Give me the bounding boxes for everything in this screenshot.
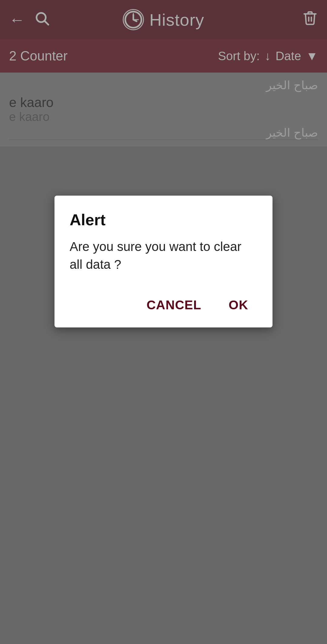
cancel-button[interactable]: CANCEL [137, 292, 210, 318]
dialog-message: Are you sure you want to clear all data … [70, 238, 257, 274]
dialog-overlay: Alert Are you sure you want to clear all… [0, 0, 327, 644]
alert-dialog: Alert Are you sure you want to clear all… [54, 196, 272, 327]
ok-button[interactable]: OK [220, 292, 257, 318]
dialog-title: Alert [70, 211, 257, 229]
dialog-actions: CANCEL OK [70, 292, 257, 318]
